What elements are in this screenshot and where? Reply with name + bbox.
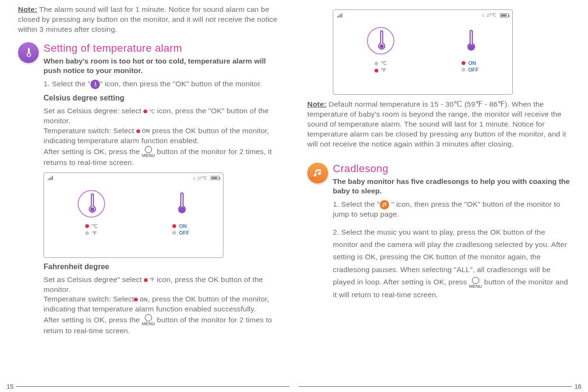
note-text: Default normal temperature is 15 - 30℃ (…	[307, 100, 566, 148]
svg-point-1	[180, 208, 184, 212]
celsius-switch: Temperature switch: Select ON press the …	[44, 126, 281, 146]
radio-c-icon: ℃	[143, 108, 155, 115]
temp-alarm-subtitle: When baby's room is too hot or too cold,…	[44, 56, 281, 75]
menu-button-icon: MENU	[142, 314, 155, 326]
celsius-return: After setting is OK, press the MENU butt…	[44, 146, 281, 168]
opt-off: OFF	[468, 67, 479, 73]
signal-icon	[337, 13, 342, 18]
cradlesong-step2: 2. Select the music you want to play, pr…	[333, 226, 570, 301]
opt-f: ℉	[92, 230, 97, 237]
temp-alarm-section-head: Setting of temperature alarm When baby's…	[18, 42, 281, 75]
thermometer-circle-icon	[78, 190, 105, 218]
status-temp: 27℃	[197, 176, 207, 181]
signal-icon	[48, 176, 53, 180]
page-15: Note: The alarm sound will last for 1 mi…	[5, 0, 294, 392]
opt-on: ON	[468, 60, 476, 66]
celsius-select: Set as Celsius degree: select ℃ icon, pr…	[44, 106, 281, 126]
svg-point-0	[91, 208, 94, 210]
temp-range-note: Note: Default normal temperature is 15 -…	[307, 100, 570, 149]
thermometer-icon	[90, 80, 100, 89]
status-temp: 27℃	[487, 13, 496, 18]
celsius-heading: Celsius degree setting	[44, 94, 281, 102]
fahr-return: After setting is OK, press the MENU butt…	[44, 314, 281, 336]
thermometer-alt-icon	[463, 27, 477, 55]
note-text: The alarm sound will last for 1 minute. …	[18, 5, 277, 33]
cradlesong-subtitle: The baby monitor has five cradlesongs to…	[333, 177, 570, 196]
music-icon	[380, 200, 389, 210]
opt-c: ℃	[381, 60, 387, 66]
battery-icon	[211, 176, 219, 180]
fahr-heading: Fahrenheit degree	[44, 263, 281, 271]
statusbar: ♫ 27℃	[333, 12, 512, 18]
menu-button-icon: MENU	[142, 146, 155, 158]
page-number: 15	[7, 383, 13, 390]
screen-celsius: ♫ 27℃ ℃ ℉	[44, 173, 223, 258]
page-footer-15: 15	[5, 383, 294, 390]
temp-alarm-title: Setting of temperature alarm	[44, 42, 281, 55]
page-16: ♫ 27℃ ℃ ℉ ON OFF	[294, 0, 583, 392]
cradlesong-step1: 1. Select the " " icon, then press the "…	[333, 200, 570, 219]
music-note-icon: ♫	[481, 13, 485, 18]
note-label: Note:	[307, 100, 327, 108]
sound-alarm-note: Note: The alarm sound will last for 1 mi…	[18, 5, 281, 35]
statusbar: ♫ 27℃	[44, 175, 223, 182]
step1: 1. Select the "" icon, then press the "O…	[44, 79, 281, 89]
radio-on-icon: ON	[136, 128, 150, 135]
opt-f: ℉	[381, 67, 386, 73]
radio-on-icon: ON	[134, 296, 148, 303]
menu-button-icon: MENU	[469, 277, 482, 289]
fahr-select: Set as Celsius degree" select ℉ icon, pr…	[44, 275, 281, 295]
cradlesong-body: 1. Select the " " icon, then press the "…	[307, 200, 570, 301]
thermometer-alt-icon	[174, 190, 187, 218]
note-label: Note:	[18, 5, 37, 13]
unit-group: ℃ ℉	[367, 27, 394, 74]
temp-alarm-body: 1. Select the "" icon, then press the "O…	[18, 79, 281, 336]
music-note-icon: ♫	[192, 176, 196, 181]
page-footer-16: 16	[294, 383, 583, 390]
opt-c: ℃	[92, 223, 98, 229]
music-icon	[307, 163, 328, 183]
onoff-group: ON OFF	[172, 190, 189, 237]
onoff-group: ON OFF	[462, 27, 479, 73]
fahr-switch: Temperature switch: Select ON, press the…	[44, 294, 281, 314]
svg-point-2	[380, 45, 383, 48]
cradlesong-title: Cradlesong	[333, 163, 570, 175]
unit-group: ℃ ℉	[78, 190, 105, 237]
thermometer-circle-icon	[367, 27, 394, 55]
radio-f-icon: ℉	[144, 276, 154, 283]
cradlesong-section-head: Cradlesong The baby monitor has five cra…	[307, 163, 570, 196]
page-number: 16	[575, 383, 581, 390]
thermometer-icon	[18, 42, 39, 63]
opt-off: OFF	[179, 230, 189, 236]
screen-fahrenheit: ♫ 27℃ ℃ ℉ ON OFF	[333, 9, 513, 95]
svg-point-3	[469, 45, 473, 49]
opt-on: ON	[179, 223, 187, 229]
battery-icon	[500, 13, 508, 18]
